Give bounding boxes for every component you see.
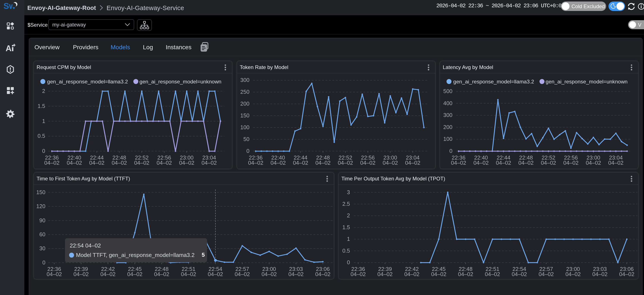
svg-text:04–02: 04–02 [538, 271, 554, 277]
svg-text:A: A [6, 44, 12, 52]
svg-text:300: 300 [443, 112, 452, 118]
svg-text:04–02: 04–02 [473, 160, 488, 166]
svg-text:04–02: 04–02 [377, 271, 392, 277]
svg-text:04–02: 04–02 [619, 271, 634, 277]
svg-text:500: 500 [443, 88, 452, 94]
svg-text:100: 100 [240, 124, 250, 130]
svg-text:50: 50 [244, 136, 250, 142]
svg-text:04–02: 04–02 [518, 160, 534, 166]
svg-text:04–02: 04–02 [592, 271, 608, 277]
svg-text:1: 1 [347, 236, 350, 242]
svg-text:04–02: 04–02 [360, 160, 376, 166]
svg-text:1.5: 1.5 [342, 224, 350, 230]
svg-text:120: 120 [36, 203, 46, 209]
svg-text:04–02: 04–02 [288, 271, 304, 277]
svg-text:0: 0 [246, 148, 250, 154]
svg-text:04–02: 04–02 [608, 160, 624, 166]
svg-text:04–02: 04–02 [67, 160, 82, 166]
svg-text:400: 400 [443, 100, 452, 106]
svg-text:04–02: 04–02 [315, 271, 330, 277]
svg-text:04–02: 04–02 [404, 271, 420, 277]
svg-text:100: 100 [443, 136, 452, 142]
svg-text:04–02: 04–02 [338, 160, 353, 166]
svg-text:04–02: 04–02 [351, 271, 366, 277]
svg-text:250: 250 [240, 89, 250, 95]
svg-text:gen_ai_response_model=unknown: gen_ai_response_model=unknown [546, 79, 628, 84]
svg-text:04–02: 04–02 [208, 271, 223, 277]
svg-text:04–02: 04–02 [202, 160, 217, 166]
svg-text:04–02: 04–02 [134, 160, 150, 166]
svg-text:2.5: 2.5 [342, 201, 350, 207]
svg-text:200: 200 [443, 124, 452, 130]
svg-text:04–02: 04–02 [47, 271, 62, 277]
svg-text:04–02: 04–02 [179, 160, 194, 166]
svg-text:04–02: 04–02 [315, 160, 330, 166]
svg-text:gen_ai_response_model=llama3.2: gen_ai_response_model=llama3.2 [453, 79, 534, 84]
svg-text:04–02: 04–02 [181, 271, 196, 277]
svg-text:04–02: 04–02 [89, 160, 104, 166]
svg-text:04–02: 04–02 [100, 271, 116, 277]
svg-text:30: 30 [40, 245, 46, 251]
svg-text:0: 0 [42, 260, 46, 266]
svg-text:0: 0 [450, 148, 452, 154]
svg-text:2: 2 [347, 212, 350, 219]
svg-text:04–02: 04–02 [248, 160, 264, 166]
svg-text:04–02: 04–02 [451, 160, 466, 166]
svg-text:04–02: 04–02 [512, 271, 527, 277]
svg-text:04–02: 04–02 [127, 271, 142, 277]
svg-text:0.5: 0.5 [342, 248, 350, 254]
svg-text:04–02: 04–02 [293, 160, 308, 166]
svg-text:gen_ai_response_model=unknown: gen_ai_response_model=unknown [140, 79, 222, 84]
svg-text:04–02: 04–02 [157, 160, 172, 166]
svg-text:04–02: 04–02 [154, 271, 170, 277]
svg-text:150: 150 [240, 112, 250, 118]
svg-text:04–02: 04–02 [112, 160, 127, 166]
svg-text:300: 300 [240, 77, 250, 83]
svg-text:04–02: 04–02 [563, 160, 578, 166]
svg-text:0: 0 [42, 148, 45, 154]
svg-text:04–02: 04–02 [383, 160, 398, 166]
svg-text:1.5: 1.5 [38, 103, 45, 109]
svg-text:04–02: 04–02 [496, 160, 511, 166]
svg-text:150: 150 [36, 189, 46, 195]
svg-text:3: 3 [347, 189, 350, 195]
svg-text:0: 0 [347, 259, 350, 265]
svg-text:04–02: 04–02 [74, 271, 89, 277]
svg-text:200: 200 [240, 101, 250, 107]
svg-text:2: 2 [42, 88, 45, 94]
svg-text:0.5: 0.5 [38, 133, 45, 139]
svg-text:04–02: 04–02 [431, 271, 446, 277]
svg-text:04–02: 04–02 [262, 271, 277, 277]
svg-text:04–02: 04–02 [586, 160, 601, 166]
svg-text:04–02: 04–02 [405, 160, 420, 166]
svg-text:90: 90 [40, 217, 46, 223]
svg-text:04–02: 04–02 [485, 271, 500, 277]
svg-text:04–02: 04–02 [270, 160, 286, 166]
svg-text:04–02: 04–02 [458, 271, 473, 277]
svg-text:60: 60 [40, 231, 46, 237]
svg-text:04–02: 04–02 [566, 271, 581, 277]
svg-text:04–02: 04–02 [541, 160, 556, 166]
svg-text:1: 1 [42, 118, 45, 124]
svg-text:gen_ai_response_model=llama3.2: gen_ai_response_model=llama3.2 [47, 79, 128, 84]
svg-text:04–02: 04–02 [234, 271, 250, 277]
svg-text:04–02: 04–02 [44, 160, 60, 166]
